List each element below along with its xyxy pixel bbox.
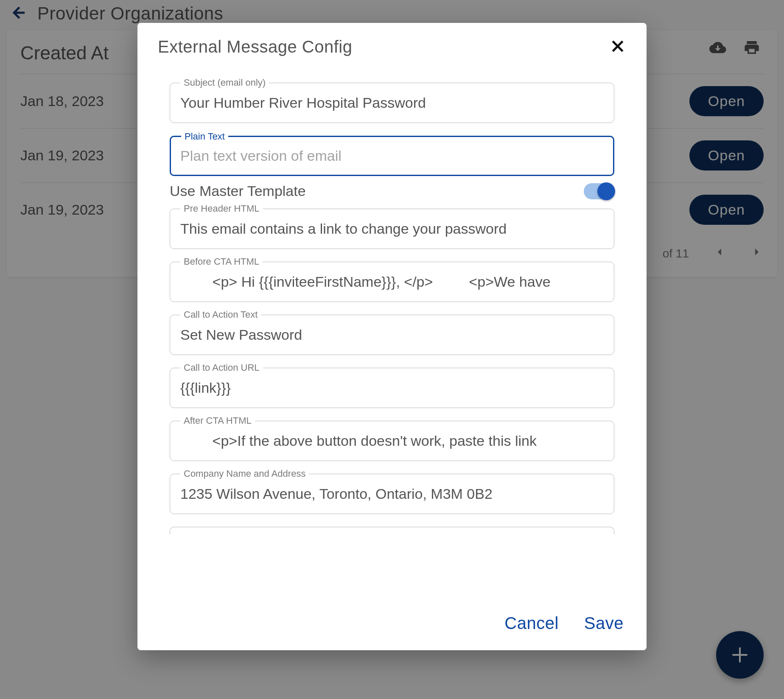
modal-overlay: External Message Config Subject (email o… (0, 0, 784, 699)
before-cta-field[interactable]: Before CTA HTML (170, 262, 614, 302)
close-icon[interactable] (609, 38, 626, 56)
next-field-partial[interactable] (170, 527, 614, 534)
cta-url-field[interactable]: Call to Action URL (170, 368, 614, 408)
company-field[interactable]: Company Name and Address (170, 474, 614, 514)
dialog-title: External Message Config (158, 37, 352, 56)
use-master-template-toggle[interactable] (584, 183, 614, 199)
dialog-body[interactable]: Subject (email only) Plain Text Use Mast… (137, 59, 647, 602)
cta-text-field[interactable]: Call to Action Text (170, 315, 614, 355)
use-master-template-label: Use Master Template (170, 183, 306, 199)
save-button[interactable]: Save (582, 613, 626, 633)
subject-input[interactable] (179, 94, 605, 112)
pre-header-label: Pre Header HTML (180, 203, 263, 214)
use-master-template-row: Use Master Template (170, 183, 614, 199)
company-input[interactable] (179, 485, 605, 503)
after-cta-label: After CTA HTML (180, 415, 255, 426)
plain-text-label: Plain Text (181, 131, 228, 142)
subject-label: Subject (email only) (180, 77, 269, 88)
external-message-config-dialog: External Message Config Subject (email o… (137, 23, 647, 650)
cta-text-input[interactable] (179, 326, 605, 344)
pre-header-field[interactable]: Pre Header HTML (170, 209, 614, 249)
cta-text-label: Call to Action Text (180, 309, 261, 320)
company-label: Company Name and Address (180, 468, 309, 479)
after-cta-input[interactable] (179, 432, 605, 450)
cancel-button[interactable]: Cancel (502, 613, 561, 633)
subject-field[interactable]: Subject (email only) (170, 83, 614, 123)
before-cta-input[interactable] (179, 273, 605, 291)
cta-url-input[interactable] (179, 379, 605, 397)
before-cta-label: Before CTA HTML (180, 256, 263, 267)
pre-header-input[interactable] (179, 220, 605, 238)
cta-url-label: Call to Action URL (180, 362, 263, 373)
plain-text-input[interactable] (179, 147, 605, 165)
plain-text-field[interactable]: Plain Text (170, 136, 614, 176)
after-cta-field[interactable]: After CTA HTML (170, 421, 614, 461)
